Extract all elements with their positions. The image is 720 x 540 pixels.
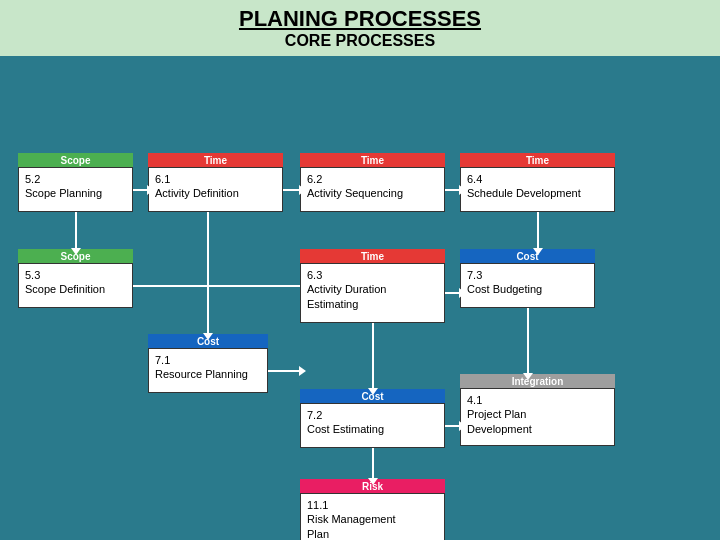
activity-seq-box: 6.2Activity Sequencing xyxy=(300,167,445,212)
activity-def-label: Time xyxy=(148,153,283,168)
scope-def-text: 5.3Scope Definition xyxy=(25,269,105,295)
activity-seq-text: 6.2Activity Sequencing xyxy=(307,173,403,199)
project-plan-label: Integration xyxy=(460,374,615,389)
arrow-costest-down xyxy=(372,448,374,479)
risk-mgmt-text: 11.1Risk ManagementPlan xyxy=(307,499,396,540)
scope-planning-box: 5.2Scope Planning xyxy=(18,167,133,212)
cost-budget-text: 7.3Cost Budgeting xyxy=(467,269,542,295)
sub-title: CORE PROCESSES xyxy=(0,32,720,54)
cost-est-text: 7.2Cost Estimating xyxy=(307,409,384,435)
schedule-dev-box: 6.4Schedule Development xyxy=(460,167,615,212)
schedule-dev-label: Time xyxy=(460,153,615,168)
project-plan-box: 4.1Project PlanDevelopment xyxy=(460,388,615,446)
cost-budget-box: 7.3Cost Budgeting xyxy=(460,263,595,308)
schedule-dev-text: 6.4Schedule Development xyxy=(467,173,581,199)
header-section: PLANING PROCESSES CORE PROCESSES xyxy=(0,0,720,56)
arrow-scope-to-actdef xyxy=(133,189,148,191)
arrow-duration-right xyxy=(445,292,460,294)
arrow-actdef-down xyxy=(207,212,209,334)
scope-planning-text: 5.2Scope Planning xyxy=(25,173,102,199)
arrow-scheddev-down xyxy=(537,212,539,249)
arrow-costbudget-down xyxy=(527,308,529,374)
resource-plan-text: 7.1Resource Planning xyxy=(155,354,248,380)
arrow-costest-right xyxy=(445,425,460,427)
cost-budget-label: Cost xyxy=(460,249,595,264)
activity-seq-label: Time xyxy=(300,153,445,168)
arrow-res-to-costest xyxy=(268,370,300,372)
scope-def-box: 5.3Scope Definition xyxy=(18,263,133,308)
arrow-duriest-down xyxy=(372,323,374,389)
duration-est-text: 6.3Activity DurationEstimating xyxy=(307,269,386,310)
activity-def-box: 6.1Activity Definition xyxy=(148,167,283,212)
arrow-actdef-to-actseq xyxy=(283,189,300,191)
scope-planning-label: Scope xyxy=(18,153,133,168)
main-title: PLANING PROCESSES xyxy=(0,6,720,32)
duration-est-label: Time xyxy=(300,249,445,264)
risk-mgmt-box: 11.1Risk ManagementPlan xyxy=(300,493,445,540)
content-area: Scope 5.2Scope Planning Time 6.1Activity… xyxy=(0,56,720,540)
cost-est-box: 7.2Cost Estimating xyxy=(300,403,445,448)
arrow-actseq-to-scheddev xyxy=(445,189,460,191)
arrow-scopedef-right xyxy=(133,285,300,287)
project-plan-text: 4.1Project PlanDevelopment xyxy=(467,394,532,435)
activity-def-text: 6.1Activity Definition xyxy=(155,173,239,199)
resource-plan-box: 7.1Resource Planning xyxy=(148,348,268,393)
duration-est-box: 6.3Activity DurationEstimating xyxy=(300,263,445,323)
arrow-scope-plan-down xyxy=(75,212,77,249)
